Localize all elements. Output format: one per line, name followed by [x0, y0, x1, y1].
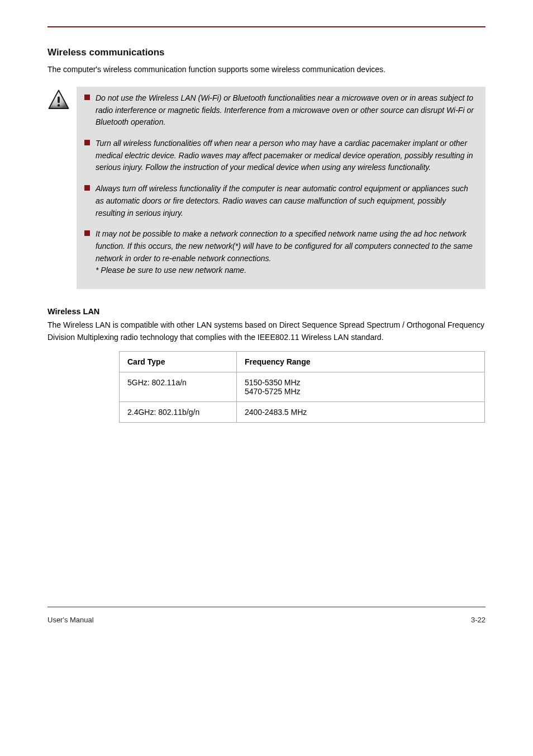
caution-text: Always turn off wireless functionality i…	[96, 183, 478, 219]
svg-rect-6	[84, 230, 90, 236]
table-cell: 5150-5350 MHz 5470-5725 MHz	[237, 372, 485, 402]
footer-left: User's Manual	[47, 616, 94, 624]
bullet-icon	[84, 185, 90, 191]
svg-rect-1	[58, 97, 60, 103]
svg-point-2	[58, 104, 60, 106]
table-row: 5GHz: 802.11a/n 5150-5350 MHz 5470-5725 …	[120, 372, 485, 402]
page-footer: User's Manual 3-22	[47, 616, 486, 624]
footer-right: 3-22	[471, 616, 486, 624]
wifi-subheading: Wireless LAN	[47, 307, 486, 316]
svg-rect-5	[84, 185, 90, 191]
svg-rect-3	[84, 94, 90, 100]
caution-text: Turn all wireless functionalities off wh…	[96, 138, 478, 174]
bottom-rule	[47, 607, 486, 607]
table-cell: 2400-2483.5 MHz	[237, 402, 485, 423]
caution-text: It may not be possible to make a network…	[96, 228, 478, 277]
caution-block: Do not use the Wireless LAN (Wi-Fi) or B…	[47, 87, 486, 289]
table-row: 2.4GHz: 802.11b/g/n 2400-2483.5 MHz	[120, 402, 485, 423]
table-cell: 2.4GHz: 802.11b/g/n	[120, 402, 237, 423]
caution-text: Do not use the Wireless LAN (Wi-Fi) or B…	[96, 92, 478, 129]
svg-rect-4	[84, 140, 90, 145]
bullet-icon	[84, 230, 90, 236]
caution-body: Do not use the Wireless LAN (Wi-Fi) or B…	[77, 87, 486, 289]
table-header-cell: Card Type	[120, 352, 237, 372]
warning-icon	[47, 89, 70, 114]
table-header-cell: Frequency Range	[237, 352, 485, 372]
caution-item: Do not use the Wireless LAN (Wi-Fi) or B…	[84, 92, 478, 129]
table-cell: 5GHz: 802.11a/n	[120, 372, 237, 402]
caution-item: It may not be possible to make a network…	[84, 228, 478, 277]
bullet-icon	[84, 140, 90, 145]
frequency-table: Card Type Frequency Range 5GHz: 802.11a/…	[119, 351, 485, 423]
table-row: Card Type Frequency Range	[120, 352, 485, 372]
caution-item: Turn all wireless functionalities off wh…	[84, 138, 478, 174]
top-rule	[47, 26, 486, 27]
wifi-paragraph: The Wireless LAN is compatible with othe…	[47, 319, 486, 343]
bullet-icon	[84, 94, 90, 100]
intro-paragraph: The computer's wireless communication fu…	[47, 64, 486, 75]
section-heading: Wireless communications	[47, 47, 486, 58]
caution-item: Always turn off wireless functionality i…	[84, 183, 478, 219]
